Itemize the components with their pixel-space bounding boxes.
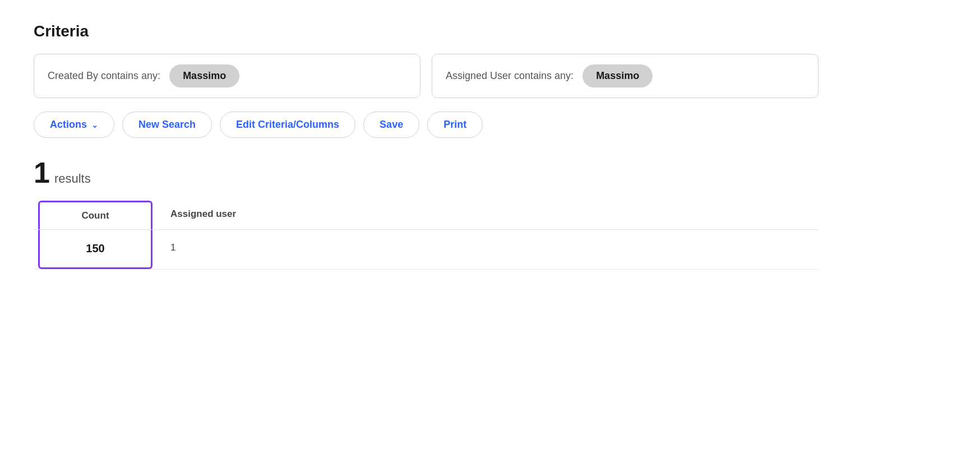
criteria-filters: Created By contains any: Massimo Assigne… xyxy=(34,54,819,98)
table-row: 150 1 xyxy=(34,230,819,270)
actions-button[interactable]: Actions ⌄ xyxy=(34,112,114,138)
chevron-down-icon: ⌄ xyxy=(91,121,98,129)
count-data-cell: 150 xyxy=(34,230,157,269)
assigned-user-value: 1 xyxy=(157,230,819,269)
page-title: Criteria xyxy=(34,22,819,40)
count-header-cell: Count xyxy=(38,201,152,229)
assigned-user-filter: Assigned User contains any: Massimo xyxy=(432,54,819,98)
assigned-user-label: Assigned User contains any: xyxy=(446,70,574,82)
results-table: Count Assigned user 150 1 xyxy=(34,201,819,270)
created-by-filter: Created By contains any: Massimo xyxy=(34,54,420,98)
col-count-header: Count xyxy=(34,201,157,229)
results-label: results xyxy=(54,172,91,186)
print-button[interactable]: Print xyxy=(427,112,483,138)
edit-criteria-button[interactable]: Edit Criteria/Columns xyxy=(220,112,355,138)
new-search-button[interactable]: New Search xyxy=(122,112,212,138)
count-value: 150 xyxy=(38,230,152,269)
created-by-label: Created By contains any: xyxy=(48,70,160,82)
criteria-section: Criteria Created By contains any: Massim… xyxy=(34,22,819,270)
action-buttons: Actions ⌄ New Search Edit Criteria/Colum… xyxy=(34,112,819,138)
created-by-tag: Massimo xyxy=(169,64,239,87)
assigned-user-header: Assigned user xyxy=(157,201,819,229)
results-number: 1 xyxy=(34,158,50,187)
assigned-user-tag: Massimo xyxy=(583,64,653,87)
table-header-row: Count Assigned user xyxy=(34,201,819,230)
results-count: 1 results xyxy=(34,158,819,187)
save-button[interactable]: Save xyxy=(363,112,419,138)
